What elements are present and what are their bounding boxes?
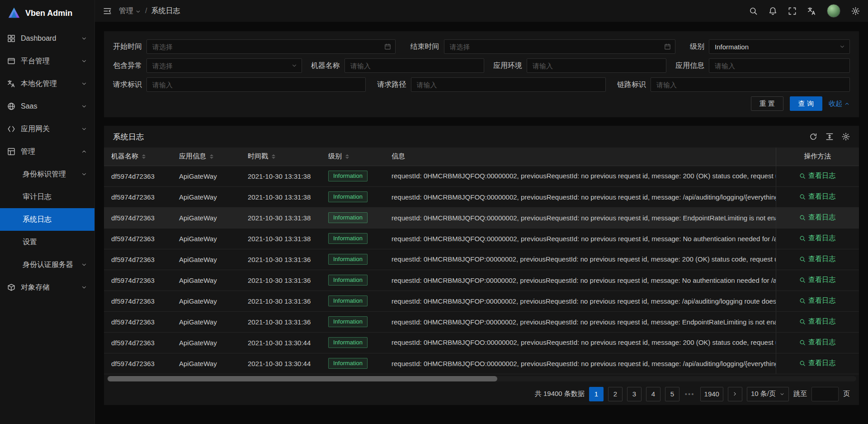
request-path-input[interactable]	[411, 77, 606, 92]
sidebar-subitem-system-log[interactable]: 系统日志	[0, 208, 94, 231]
page-button-4[interactable]: 4	[646, 387, 660, 401]
language-icon[interactable]	[807, 7, 816, 15]
sidebar-item-management[interactable]: 管理	[0, 140, 94, 163]
sidebar-subitem-audit-log[interactable]: 审计日志	[0, 186, 94, 208]
page-size-select[interactable]: 10 条/页	[747, 387, 789, 401]
sidebar-subitem-auth-server[interactable]: 身份认证服务器	[0, 253, 94, 276]
view-log-button[interactable]: 查看日志	[799, 359, 835, 367]
cell-message: requestId: 0HMCRBM8JQFOQ:00000002, previ…	[385, 166, 776, 186]
content-area: 开始时间结束时间级别包含异常机器名称应用环境应用信息请求标识请求路径链路标识 重…	[95, 22, 868, 424]
page-button-1[interactable]: 1	[589, 387, 604, 401]
sidebar-item-dashboard[interactable]: Dashboard	[0, 27, 94, 50]
view-log-button[interactable]: 查看日志	[799, 255, 835, 263]
management-icon	[7, 148, 15, 156]
cell-timestamp: 2021-10-30 13:30:44	[241, 353, 322, 374]
sidebar-item-localization[interactable]: 本地化管理	[0, 72, 94, 95]
view-log-button[interactable]: 查看日志	[799, 213, 835, 222]
level-badge: Information	[328, 337, 368, 348]
avatar[interactable]	[827, 4, 840, 18]
settings-gear-icon[interactable]	[851, 7, 860, 15]
column-header-machine[interactable]: 机器名称	[104, 148, 173, 166]
app-info-input[interactable]	[709, 58, 850, 73]
view-log-button[interactable]: 查看日志	[799, 172, 835, 180]
cell-action: 查看日志	[776, 291, 859, 311]
view-log-button[interactable]: 查看日志	[799, 192, 835, 201]
machine-name-input[interactable]	[344, 58, 484, 73]
sidebar-subitem-settings[interactable]: 设置	[0, 231, 94, 253]
sort-carets	[345, 154, 349, 159]
column-header-timestamp[interactable]: 时间戳	[241, 148, 322, 166]
search-icon	[799, 173, 806, 179]
app-title: Vben Admin	[25, 9, 72, 18]
cell-message: requestId: 0HMCRBM8JQFOP:00000002, previ…	[385, 311, 776, 332]
cell-message: requestId: 0HMCRBM8JQFOP:00000002, previ…	[385, 291, 776, 311]
jump-unit-label: 页	[843, 390, 850, 398]
view-log-button[interactable]: 查看日志	[799, 338, 835, 347]
trace-id-input[interactable]	[651, 77, 850, 92]
chevron-down-icon	[81, 262, 87, 268]
cell-machine-name: df5974d72363	[104, 332, 173, 353]
level-badge: Information	[328, 233, 368, 244]
field-label: 级别	[690, 42, 704, 52]
cell-app-info: ApiGateWay	[173, 186, 241, 207]
page-button-2[interactable]: 2	[608, 387, 623, 401]
page-button-3[interactable]: 3	[627, 387, 642, 401]
table-row: df5974d72363ApiGateWay2021-10-30 13:31:3…	[104, 270, 859, 291]
table-row: df5974d72363ApiGateWay2021-10-30 13:31:3…	[104, 291, 859, 311]
request-id-input[interactable]	[146, 77, 366, 92]
table-toolbar-icons	[809, 133, 850, 141]
level-badge: Information	[328, 212, 368, 223]
start-time-picker[interactable]	[146, 39, 396, 54]
column-header-app[interactable]: 应用信息	[173, 148, 241, 166]
cell-action: 查看日志	[776, 332, 859, 353]
view-log-button[interactable]: 查看日志	[799, 234, 835, 243]
topbar: 管理 / 系统日志	[95, 0, 868, 22]
page-button-5[interactable]: 5	[665, 387, 679, 401]
page-ellipsis[interactable]: •••	[684, 387, 696, 401]
sidebar-item-saas[interactable]: Saas	[0, 95, 94, 118]
level-badge: Information	[328, 254, 368, 265]
search-icon[interactable]	[749, 7, 758, 15]
view-log-button[interactable]: 查看日志	[799, 296, 835, 305]
level-select[interactable]	[709, 39, 850, 54]
notification-bell-icon[interactable]	[769, 7, 777, 15]
chevron-up-icon	[844, 101, 850, 107]
collapse-button[interactable]: 收起	[829, 100, 850, 108]
scrollbar-thumb[interactable]	[108, 376, 497, 381]
cell-message: requestId: 0HMCRBM8JQFOQ:00000002, previ…	[385, 186, 776, 207]
cell-action: 查看日志	[776, 353, 859, 374]
view-log-button[interactable]: 查看日志	[799, 317, 835, 326]
menu-fold-icon[interactable]	[103, 7, 112, 15]
sort-carets	[142, 154, 146, 159]
view-log-button[interactable]: 查看日志	[799, 276, 835, 284]
pagination: 共 19400 条数据 12345•••1940 10 条/页 跳至 页	[104, 382, 859, 405]
query-button[interactable]: 查 询	[790, 96, 822, 111]
fullscreen-icon[interactable]	[788, 7, 797, 15]
cell-app-info: ApiGateWay	[173, 332, 241, 353]
page-button-1940[interactable]: 1940	[700, 387, 723, 401]
end-time-picker[interactable]	[444, 39, 675, 54]
reset-button[interactable]: 重 置	[751, 96, 783, 111]
column-settings-icon[interactable]	[842, 133, 850, 141]
breadcrumb-separator: /	[145, 7, 147, 15]
sidebar-item-object-storage[interactable]: 对象存储	[0, 276, 94, 299]
sidebar-item-platform[interactable]: 平台管理	[0, 50, 94, 72]
cell-level: Information	[322, 249, 385, 270]
app-environment-input[interactable]	[527, 58, 666, 73]
field-end-time: 结束时间	[410, 39, 675, 54]
cell-machine-name: df5974d72363	[104, 291, 173, 311]
include-exception-select[interactable]	[146, 58, 302, 73]
next-page-button[interactable]	[728, 387, 742, 401]
sidebar-item-gateway[interactable]: 应用网关	[0, 118, 94, 140]
column-header-level[interactable]: 级别	[322, 148, 385, 166]
table-row: df5974d72363ApiGateWay2021-10-30 13:31:3…	[104, 186, 859, 207]
table-row: df5974d72363ApiGateWay2021-10-30 13:30:4…	[104, 353, 859, 374]
breadcrumb-root[interactable]: 管理	[119, 6, 141, 16]
app-logo[interactable]: Vben Admin	[0, 0, 94, 26]
search-icon	[799, 277, 806, 283]
page-jump-input[interactable]	[811, 387, 839, 401]
row-height-icon[interactable]	[826, 133, 834, 141]
cell-machine-name: df5974d72363	[104, 228, 173, 249]
refresh-icon[interactable]	[809, 133, 817, 141]
sidebar-subitem-identity-management[interactable]: 身份标识管理	[0, 163, 94, 186]
